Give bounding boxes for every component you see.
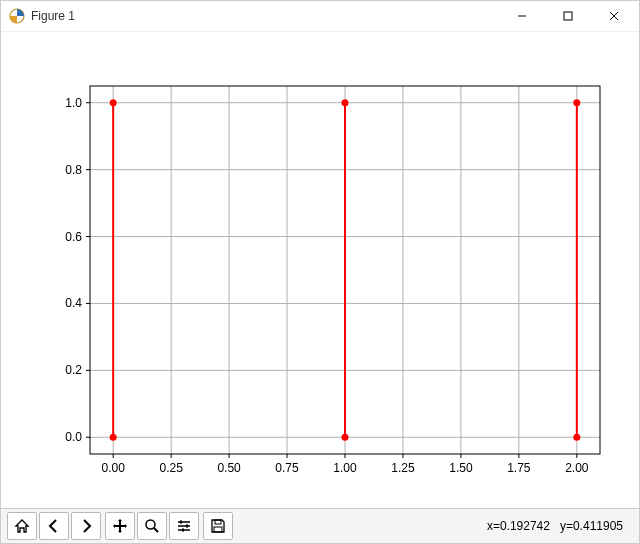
ytick-label: 1.0 <box>65 96 82 110</box>
forward-button[interactable] <box>71 512 101 540</box>
zoom-icon <box>144 518 160 534</box>
ytick-label: 0.4 <box>65 296 82 310</box>
svg-point-37 <box>110 434 117 441</box>
xtick-label: 0.50 <box>217 461 241 475</box>
ytick-label: 0.2 <box>65 363 82 377</box>
svg-point-36 <box>110 99 117 106</box>
sliders-icon <box>176 518 192 534</box>
xtick-label: 2.00 <box>565 461 589 475</box>
maximize-icon <box>563 11 573 21</box>
minimize-button[interactable] <box>499 1 545 31</box>
pan-icon <box>112 518 128 534</box>
stem-series <box>110 99 581 441</box>
ytick-label: 0.0 <box>65 430 82 444</box>
home-button[interactable] <box>7 512 37 540</box>
svg-rect-2 <box>564 12 572 20</box>
app-icon <box>9 8 25 24</box>
xtick-label: 1.00 <box>333 461 357 475</box>
xtick-label: 0.75 <box>275 461 299 475</box>
configure-button[interactable] <box>169 512 199 540</box>
xtick-label: 1.75 <box>507 461 531 475</box>
minimize-icon <box>517 11 527 21</box>
window-controls <box>499 1 637 31</box>
svg-point-39 <box>342 99 349 106</box>
save-icon <box>210 518 226 534</box>
pan-button[interactable] <box>105 512 135 540</box>
svg-rect-49 <box>180 521 182 524</box>
coord-readout: x=0.192742 y=0.411905 <box>487 519 633 533</box>
svg-point-44 <box>146 520 155 529</box>
close-button[interactable] <box>591 1 637 31</box>
xtick-label: 0.25 <box>159 461 183 475</box>
ytick-label: 0.6 <box>65 230 82 244</box>
arrow-right-icon <box>78 518 94 534</box>
close-icon <box>609 11 619 21</box>
xtick-label: 1.25 <box>391 461 415 475</box>
window-title: Figure 1 <box>31 9 75 23</box>
toolbar-group-save <box>203 512 233 540</box>
maximize-button[interactable] <box>545 1 591 31</box>
plot-canvas: 0.000.250.500.751.001.251.501.752.000.00… <box>10 36 630 504</box>
xtick-label: 1.50 <box>449 461 473 475</box>
ticks: 0.000.250.500.751.001.251.501.752.000.00… <box>65 96 589 475</box>
figure-window: Figure 1 0.000.250.500.751.001.251.501.7… <box>0 0 640 544</box>
svg-rect-50 <box>186 525 188 528</box>
titlebar: Figure 1 <box>1 1 639 32</box>
toolbar-group-nav <box>7 512 101 540</box>
plot-area[interactable]: 0.000.250.500.751.001.251.501.752.000.00… <box>1 32 639 508</box>
save-button[interactable] <box>203 512 233 540</box>
zoom-button[interactable] <box>137 512 167 540</box>
svg-point-43 <box>573 434 580 441</box>
svg-line-45 <box>154 528 158 532</box>
back-button[interactable] <box>39 512 69 540</box>
ytick-label: 0.8 <box>65 163 82 177</box>
svg-point-42 <box>573 99 580 106</box>
xtick-label: 0.00 <box>102 461 126 475</box>
svg-point-40 <box>342 434 349 441</box>
titlebar-left: Figure 1 <box>9 8 75 24</box>
toolbar: x=0.192742 y=0.411905 <box>1 508 639 543</box>
arrow-left-icon <box>46 518 62 534</box>
svg-rect-53 <box>214 527 222 532</box>
svg-rect-51 <box>182 529 184 532</box>
toolbar-group-view <box>105 512 199 540</box>
home-icon <box>14 518 30 534</box>
